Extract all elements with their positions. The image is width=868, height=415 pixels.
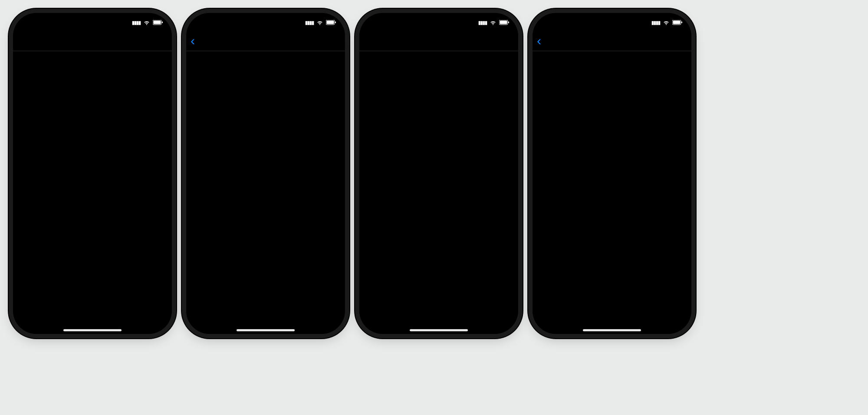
navbar <box>533 32 691 51</box>
svg-rect-10 <box>673 21 681 24</box>
svg-rect-5 <box>335 22 336 23</box>
navbar <box>13 32 172 51</box>
status-indicators: ▮▮▮▮ <box>132 20 163 26</box>
status-indicators: ▮▮▮▮ <box>651 20 683 26</box>
svg-rect-4 <box>327 21 334 24</box>
navbar <box>359 32 518 51</box>
svg-rect-11 <box>681 22 682 23</box>
navbar <box>186 32 345 51</box>
status-indicators: ▮▮▮▮ <box>478 20 510 26</box>
svg-rect-1 <box>154 21 161 24</box>
home-indicator[interactable] <box>237 329 295 331</box>
home-indicator[interactable] <box>63 329 122 331</box>
status-indicators: ▮▮▮▮ <box>305 20 336 26</box>
home-indicator[interactable] <box>583 329 641 331</box>
svg-rect-2 <box>162 22 163 23</box>
svg-rect-8 <box>508 22 509 23</box>
home-indicator[interactable] <box>410 329 468 331</box>
svg-rect-7 <box>500 21 507 24</box>
